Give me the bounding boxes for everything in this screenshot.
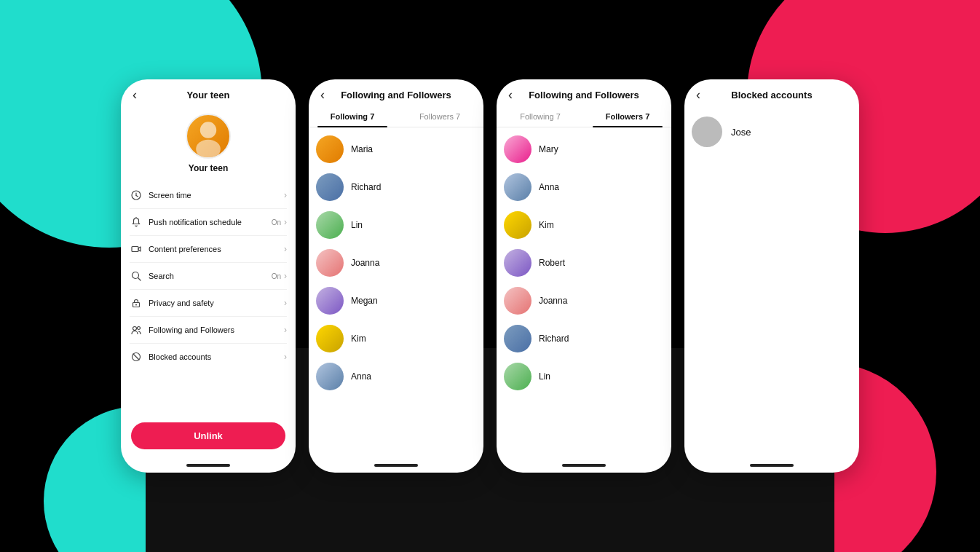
avatar: [316, 135, 344, 163]
tab-followers[interactable]: Followers 7: [396, 106, 483, 127]
menu-item-privacy[interactable]: Privacy and safety ›: [130, 290, 287, 317]
blocked-user-list: Jose: [684, 106, 859, 157]
svg-line-14: [133, 354, 139, 360]
avatar: [316, 249, 344, 277]
tabs-row: Following 7 Followers 7: [497, 106, 671, 127]
user-name: Kim: [351, 334, 366, 344]
list-item[interactable]: Lin: [504, 358, 664, 395]
svg-point-11: [133, 327, 137, 331]
phone1-header: ‹ Your teen: [121, 79, 296, 106]
user-name: Robert: [539, 258, 565, 268]
tab-following[interactable]: Following 7: [309, 106, 396, 127]
home-bar: [374, 464, 418, 467]
content-preferences-label: Content preferences: [149, 245, 284, 253]
block-icon: [130, 350, 143, 363]
push-notification-value: On: [272, 218, 281, 226]
svg-rect-6: [132, 247, 138, 252]
list-item[interactable]: Joanna: [504, 282, 664, 320]
avatar: [504, 287, 532, 315]
phone3-header: ‹ Following and Followers: [497, 79, 671, 106]
list-item[interactable]: Kim: [316, 320, 476, 358]
tab-following[interactable]: Following 7: [497, 106, 584, 127]
tab-followers[interactable]: Followers 7: [584, 106, 671, 127]
bell-icon: [130, 216, 143, 229]
chevron-icon: ›: [284, 190, 287, 200]
chevron-icon: ›: [284, 244, 287, 254]
back-arrow[interactable]: ‹: [320, 87, 325, 103]
phone-your-teen: ‹ Your teen Your teen: [121, 79, 296, 473]
clock-icon: [130, 189, 143, 202]
svg-point-12: [138, 327, 141, 330]
menu-list: Screen time › Push notification schedule…: [121, 182, 296, 415]
avatar: [692, 117, 722, 147]
avatar: [316, 173, 344, 201]
followers-user-list: Mary Anna Kim Robert Joanna: [497, 127, 671, 461]
user-name: Joanna: [351, 258, 379, 268]
back-arrow[interactable]: ‹: [133, 87, 137, 103]
video-icon: [130, 243, 143, 256]
search-label: Search: [149, 272, 272, 280]
avatar: [504, 363, 532, 390]
phone-following: ‹ Following and Followers Following 7 Fo…: [309, 79, 483, 473]
avatar: [504, 249, 532, 277]
list-item[interactable]: Mary: [504, 130, 664, 168]
list-item[interactable]: Anna: [504, 168, 664, 206]
phone2-header: ‹ Following and Followers: [309, 79, 483, 106]
list-item[interactable]: Anna: [316, 358, 476, 395]
user-name: Mary: [539, 144, 558, 154]
list-item[interactable]: Megan: [316, 282, 476, 320]
menu-item-screen-time[interactable]: Screen time ›: [130, 182, 287, 209]
phones-container: ‹ Your teen Your teen: [0, 0, 980, 552]
avatar: [504, 211, 532, 239]
list-item[interactable]: Robert: [504, 244, 664, 282]
phone1-title: Your teen: [187, 90, 230, 100]
chevron-icon: ›: [284, 352, 287, 362]
avatar-section: Your teen: [121, 106, 296, 182]
chevron-icon: ›: [284, 271, 287, 281]
following-label: Following and Followers: [149, 326, 284, 334]
list-item[interactable]: Richard: [504, 320, 664, 358]
menu-item-following[interactable]: Following and Followers ›: [130, 317, 287, 344]
chevron-icon: ›: [284, 217, 287, 227]
home-bar: [186, 464, 230, 467]
phone4-header: ‹ Blocked accounts: [684, 79, 859, 106]
avatar: [186, 114, 231, 159]
list-item[interactable]: Jose: [692, 109, 852, 154]
user-name: Maria: [351, 144, 373, 154]
home-bar: [562, 464, 606, 467]
avatar-image: [187, 115, 229, 157]
unlink-button[interactable]: Unlink: [131, 422, 285, 449]
tabs-row: Following 7 Followers 7: [309, 106, 483, 127]
back-arrow[interactable]: ‹: [508, 87, 513, 103]
user-name: Anna: [539, 182, 559, 192]
avatar-label: Your teen: [189, 163, 228, 173]
menu-item-search[interactable]: Search On ›: [130, 263, 287, 290]
menu-item-push-notification[interactable]: Push notification schedule On ›: [130, 209, 287, 236]
chevron-icon: ›: [284, 325, 287, 335]
avatar: [316, 287, 344, 315]
user-name: Lin: [351, 220, 363, 230]
user-name: Kim: [539, 220, 554, 230]
menu-item-blocked[interactable]: Blocked accounts ›: [130, 344, 287, 370]
avatar: [316, 211, 344, 239]
phone3-title: Following and Followers: [529, 90, 639, 100]
list-item[interactable]: Maria: [316, 130, 476, 168]
list-item[interactable]: Joanna: [316, 244, 476, 282]
avatar: [504, 135, 532, 163]
svg-point-10: [135, 304, 137, 306]
user-name: Anna: [351, 371, 371, 382]
svg-point-1: [196, 140, 221, 157]
menu-item-content-preferences[interactable]: Content preferences ›: [130, 236, 287, 263]
list-item[interactable]: Kim: [504, 206, 664, 244]
user-name: Richard: [351, 182, 381, 192]
list-item[interactable]: Richard: [316, 168, 476, 206]
lock-icon: [130, 296, 143, 309]
back-arrow[interactable]: ‹: [696, 87, 700, 103]
screen-time-label: Screen time: [149, 191, 284, 200]
home-bar: [750, 464, 794, 467]
user-name: Megan: [351, 296, 378, 306]
avatar: [316, 325, 344, 352]
user-name: Richard: [539, 334, 569, 344]
list-item[interactable]: Lin: [316, 206, 476, 244]
svg-line-4: [136, 196, 138, 197]
